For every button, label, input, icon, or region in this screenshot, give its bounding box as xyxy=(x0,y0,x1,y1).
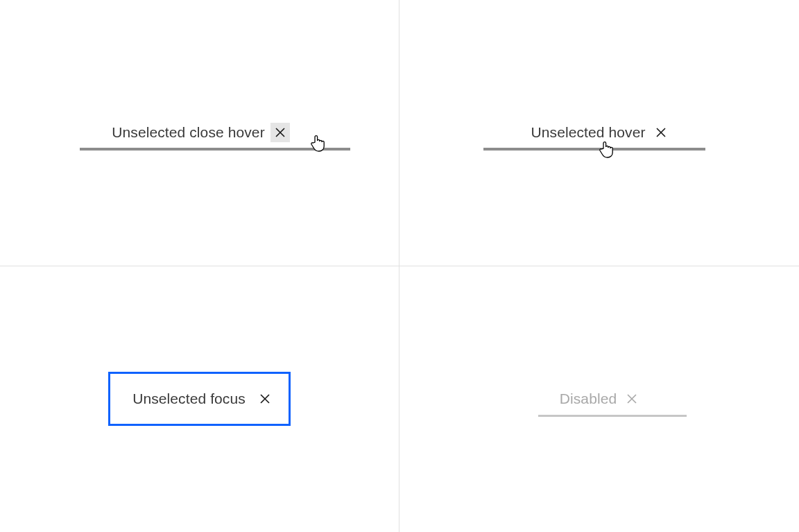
tab-underline xyxy=(80,148,350,151)
tab-close-button[interactable] xyxy=(255,389,275,409)
tab-label: Unselected focus xyxy=(132,391,246,407)
tab-underline xyxy=(538,415,687,417)
tab-close-button[interactable] xyxy=(270,123,290,142)
cell-hover: Unselected hover xyxy=(400,0,799,266)
cell-focus: Unselected focus xyxy=(0,266,400,533)
tab-label: Unselected hover xyxy=(531,124,645,141)
tab-close-button xyxy=(622,389,642,409)
cell-close-hover: Unselected close hover xyxy=(0,0,400,266)
tab-unselected-hover[interactable]: Unselected hover xyxy=(519,116,678,149)
cell-disabled: Disabled xyxy=(400,266,799,533)
close-icon xyxy=(260,394,270,404)
close-icon xyxy=(275,128,285,137)
tab-unselected-focus[interactable]: Unselected focus xyxy=(110,374,289,424)
close-icon xyxy=(627,394,637,404)
tab-label: Unselected close hover xyxy=(112,124,265,141)
tab-disabled: Disabled xyxy=(549,382,651,415)
tab-unselected-close-hover[interactable]: Unselected close hover xyxy=(101,116,298,149)
tab-close-button[interactable] xyxy=(651,123,671,142)
tab-states-grid: Unselected close hover Unselected hover xyxy=(0,0,799,532)
tab-label: Disabled xyxy=(560,391,617,407)
close-icon xyxy=(656,128,666,137)
tab-underline xyxy=(483,148,705,151)
